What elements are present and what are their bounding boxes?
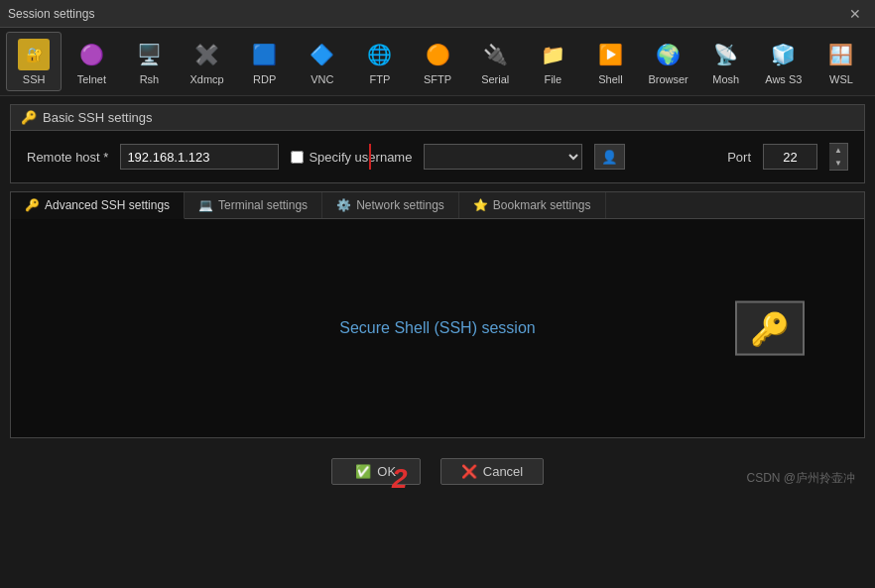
toolbar-label-vnc: VNC [311,73,333,85]
username-select[interactable] [424,144,582,170]
rsh-icon: 🖥️ [133,39,165,70]
mosh-icon: 📡 [710,39,742,70]
tab-bookmark[interactable]: ⭐ Bookmark settings [459,192,606,218]
shell-icon: ▶️ [594,39,626,70]
port-label: Port [727,150,751,165]
specify-username-checkbox[interactable] [291,151,304,164]
tab-network[interactable]: ⚙️ Network settings [322,192,459,218]
tab-advanced-ssh[interactable]: 🔑 Advanced SSH settings [11,192,185,219]
awss3-icon: 🧊 [768,39,800,70]
bottom-bar: ✅ OK ❌ Cancel 2 CSDN @庐州拎壶冲 [0,446,875,497]
tab-bar: 🔑 Advanced SSH settings 💻 Terminal setti… [11,192,864,219]
browser-icon: 🌍 [653,39,685,70]
toolbar-label-ssh: SSH [23,73,46,85]
ftp-icon: 🌐 [364,39,396,70]
toolbar-item-file[interactable]: 📁 File [525,32,580,91]
tab-bookmark-label: Bookmark settings [493,198,591,212]
serial-icon: 🔌 [479,39,511,70]
toolbar-label-telnet: Telnet [77,73,106,85]
toolbar: 🔐 SSH 🟣 Telnet 🖥️ Rsh ✖️ Xdmcp 🟦 RDP 🔷 V… [0,28,875,96]
toolbar-item-xdmcp[interactable]: ✖️ Xdmcp [180,32,235,91]
port-up-button[interactable]: ▲ [829,144,847,157]
cancel-button[interactable]: ❌ Cancel [440,458,544,485]
wsl-icon: 🪟 [825,39,857,70]
key-icon-box: 🔑 [735,301,805,356]
toolbar-label-sftp: SFTP [424,73,451,85]
toolbar-label-xdmcp: Xdmcp [189,73,223,85]
title-bar: Session settings ✕ [0,0,875,28]
tab-terminal[interactable]: 💻 Terminal settings [185,192,322,218]
toolbar-item-rdp[interactable]: 🟦 RDP [237,32,293,91]
cancel-label: Cancel [483,464,523,479]
tab-network-label: Network settings [356,198,444,212]
tab-advanced-ssh-label: Advanced SSH settings [45,198,170,212]
basic-settings-icon: 🔑 [21,110,37,125]
watermark: CSDN @庐州拎壶冲 [746,470,855,487]
sftp-icon: 🟠 [422,39,453,70]
ok-icon: ✅ [355,464,371,479]
tab-content-area: Secure Shell (SSH) session 🔑 [11,219,864,437]
toolbar-label-browser: Browser [648,73,688,85]
tab-terminal-label: Terminal settings [218,198,308,212]
toolbar-label-rsh: Rsh [140,73,160,85]
toolbar-label-serial: Serial [481,73,509,85]
cancel-icon: ❌ [461,464,477,479]
toolbar-item-serial[interactable]: 🔌 Serial [467,32,523,91]
telnet-icon: 🟣 [75,39,107,70]
specify-username-checkbox-label[interactable]: Specify username [291,150,412,165]
close-button[interactable]: ✕ [843,4,867,24]
port-input[interactable] [763,144,817,170]
toolbar-item-mosh[interactable]: 📡 Mosh [698,32,754,91]
ok-button[interactable]: ✅ OK [331,458,421,485]
toolbar-item-rsh[interactable]: 🖥️ Rsh [121,32,177,91]
remote-host-label: Remote host * [27,150,108,165]
user-manage-icon: 👤 [601,150,618,165]
vnc-icon: 🔷 [307,39,338,70]
toolbar-label-awss3: Aws S3 [765,73,802,85]
toolbar-label-shell: Shell [598,73,622,85]
toolbar-item-ftp[interactable]: 🌐 FTP [352,32,408,91]
toolbar-item-vnc[interactable]: 🔷 VNC [295,32,350,91]
main-area: 🔑 Basic SSH settings Remote host * Speci… [0,96,875,446]
remote-host-input[interactable] [120,144,279,170]
port-spinner: ▲ ▼ [829,143,848,171]
toolbar-item-awss3[interactable]: 🧊 Aws S3 [756,32,812,91]
bookmark-icon: ⭐ [473,198,488,212]
terminal-icon: 💻 [198,198,213,212]
key-icon: 🔑 [750,309,790,347]
specify-username-label: Specify username [309,150,412,165]
xdmcp-icon: ✖️ [191,39,223,70]
toolbar-label-mosh: Mosh [712,73,739,85]
toolbar-label-file: File [544,73,562,85]
ok-label: OK [377,464,396,479]
toolbar-label-ftp: FTP [370,73,391,85]
toolbar-item-ssh[interactable]: 🔐 SSH [6,32,62,91]
ssh-session-label: Secure Shell (SSH) session [339,319,535,337]
ssh-icon: 🔐 [18,39,50,70]
basic-settings-title: Basic SSH settings [43,110,153,125]
rdp-icon: 🟦 [249,39,281,70]
toolbar-item-sftp[interactable]: 🟠 SFTP [410,32,465,91]
toolbar-label-wsl: WSL [829,73,853,85]
basic-settings-header: 🔑 Basic SSH settings [11,105,864,131]
network-icon: ⚙️ [336,198,351,212]
user-manage-button[interactable]: 👤 [594,144,625,170]
tab-panel: 🔑 Advanced SSH settings 💻 Terminal setti… [10,191,865,438]
window-title: Session settings [8,7,94,21]
toolbar-label-rdp: RDP [253,73,276,85]
toolbar-item-shell[interactable]: ▶️ Shell [582,32,638,91]
toolbar-item-browser[interactable]: 🌍 Browser [641,32,696,91]
toolbar-item-telnet[interactable]: 🟣 Telnet [63,32,119,91]
basic-settings-body: Remote host * Specify username 👤 Port ▲ … [11,131,864,182]
toolbar-item-wsl[interactable]: 🪟 WSL [813,32,869,91]
port-down-button[interactable]: ▼ [829,157,847,170]
file-icon: 📁 [537,39,568,70]
basic-settings-panel: 🔑 Basic SSH settings Remote host * Speci… [10,104,865,183]
advanced-ssh-icon: 🔑 [25,198,40,212]
